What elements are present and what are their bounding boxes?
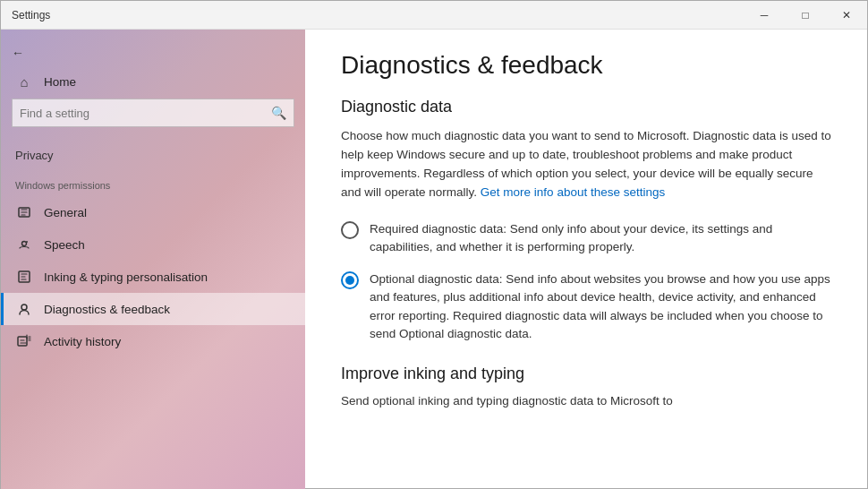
radio-required[interactable] [341,221,359,239]
section-title-diagnostic: Diagnostic data [341,98,831,116]
activity-label: Activity history [44,335,121,348]
sidebar-item-general[interactable]: General [1,196,305,228]
general-icon [15,205,33,219]
improve-description: Send optional inking and typing diagnost… [341,392,831,411]
radio-required-label: Required diagnostic data: Send only info… [370,220,831,257]
search-input[interactable] [20,107,271,120]
search-icon: 🔍 [271,106,286,120]
speech-label: Speech [44,238,85,252]
radio-optional[interactable] [341,271,359,289]
section-divider: Improve inking and typing Send optional … [341,365,831,411]
window-controls: ─ □ ✕ [744,1,867,29]
sidebar-item-speech[interactable]: Speech [1,228,305,261]
inking-icon [15,270,33,284]
windows-permissions-label: Windows permissions [1,169,305,196]
radio-group: Required diagnostic data: Send only info… [341,220,831,344]
sidebar: ← ⌂ Home 🔍 Privacy Windows permissions [1,30,305,488]
back-button[interactable]: ← [1,40,305,65]
sidebar-item-inking[interactable]: Inking & typing personalisation [1,261,305,293]
more-info-link[interactable]: Get more info about these settings [481,185,665,199]
privacy-section-label: Privacy [1,142,305,169]
title-bar: Settings ─ □ ✕ [1,1,867,30]
home-label: Home [44,75,76,89]
main-area: ← ⌂ Home 🔍 Privacy Windows permissions [1,30,867,488]
minimize-button[interactable]: ─ [744,1,785,30]
activity-icon [15,334,33,348]
sidebar-item-activity[interactable]: Activity history [1,325,305,357]
window-title: Settings [12,9,50,21]
close-button[interactable]: ✕ [826,1,867,30]
diagnostics-icon [15,302,33,316]
settings-window: Settings ─ □ ✕ ← ⌂ Home [0,0,868,489]
diagnostic-description: Choose how much diagnostic data you want… [341,127,831,202]
svg-point-4 [21,305,27,310]
sidebar-item-home[interactable]: ⌂ Home [1,65,305,99]
inking-label: Inking & typing personalisation [44,270,208,284]
svg-point-2 [26,241,28,243]
back-icon: ← [12,46,24,60]
radio-optional-label: Optional diagnostic data: Send info abou… [370,270,831,343]
sidebar-item-diagnostics[interactable]: Diagnostics & feedback [1,293,305,325]
radio-item-required: Required diagnostic data: Send only info… [341,220,831,257]
svg-rect-5 [18,337,27,346]
speech-icon [15,237,33,252]
home-icon: ⌂ [15,74,33,90]
radio-optional-dot [345,276,354,285]
maximize-button[interactable]: □ [785,1,826,30]
svg-point-1 [22,242,27,246]
sidebar-content: ← ⌂ Home 🔍 Privacy Windows permissions [1,33,305,488]
page-title: Diagnostics & feedback [341,51,831,80]
main-content: Diagnostics & feedback Diagnostic data C… [305,30,867,488]
search-box[interactable]: 🔍 [12,99,294,127]
general-label: General [44,206,87,219]
section-title-improve: Improve inking and typing [341,365,831,383]
radio-item-optional: Optional diagnostic data: Send info abou… [341,270,831,343]
diagnostics-label: Diagnostics & feedback [44,303,170,316]
